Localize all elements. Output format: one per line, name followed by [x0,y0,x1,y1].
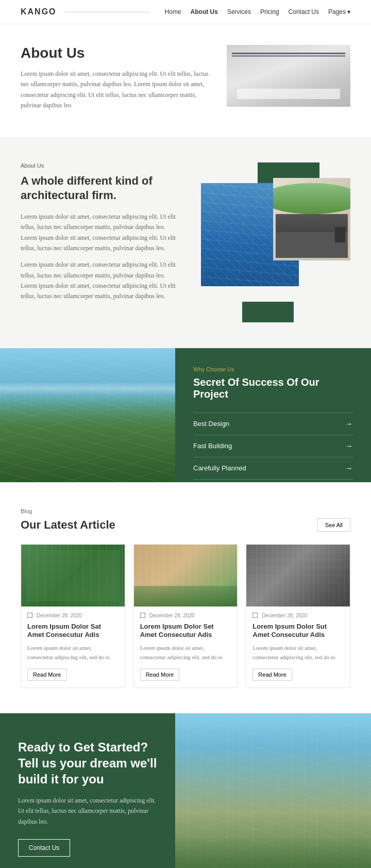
blog-card-title-3: Lorem Ipsum Dolor Sut Amet Consecutur Ad… [252,623,344,640]
blog-card-title-2: Lorem Ipsum Dolor Set Amet Consecutur Ad… [140,623,231,640]
blog-card-text-1: Lorem ipsum dolor sit amet, consectetur … [27,644,119,662]
cta-text: Ready to Get Started? Tell us your dream… [0,713,175,868]
green-block-bottom [242,302,294,322]
blog-card-date-2: December 28, 2020 [140,613,231,618]
about-hero-section: About Us Lorem ipsum dolor sit amet, con… [0,24,371,137]
blog-card-2: December 28, 2020 Lorem Ipsum Dolor Set … [133,544,238,687]
blog-card-3: December 28, 2020 Lorem Ipsum Dolor Sut … [246,544,350,687]
nav-divider [65,12,149,12]
blog-card-text-3: Lorem ipsum dolor sit amet, consectetur … [252,644,344,662]
nav-pages[interactable]: Pages ▾ [328,8,350,15]
arch-section: About Us A whole different kind of archi… [0,137,371,348]
arch-para2: Lorem ipsum dolor sit amet, consectetur … [21,259,180,302]
read-more-button-2[interactable]: Read More [140,668,179,681]
arch-images [201,162,350,322]
success-item-label-3: Carefully Planned [193,464,246,472]
success-item-label-2: Fast Building [193,442,232,450]
blog-cards: December 28, 2020 Lorem Ipsum Dolor Sat … [21,544,350,687]
blog-card-body-2: December 28, 2020 Lorem Ipsum Dolor Set … [134,607,238,687]
read-more-button-3[interactable]: Read More [252,668,292,681]
blog-card-body-1: December 28, 2020 Lorem Ipsum Dolor Sat … [21,607,125,687]
blog-card-image-3 [246,545,350,607]
success-section: Why Choose Us Secret Of Success Of Our P… [0,348,371,482]
blog-card-image-1 [21,545,125,607]
calendar-icon-2 [140,613,145,618]
arrow-icon-2: → [345,441,353,451]
cta-image [175,713,371,868]
arrow-icon-3: → [345,464,353,473]
why-label: Why Choose Us [193,366,353,372]
success-item-3[interactable]: Carefully Planned → [193,457,353,480]
see-all-button[interactable]: See All [317,518,350,532]
nav-home[interactable]: Home [165,8,181,15]
nav-pricing[interactable]: Pricing [260,8,279,15]
navbar: KANGO Home About Us Services Pricing Con… [0,0,371,24]
success-item-label-1: Best Design [193,420,229,428]
logo[interactable]: KANGO [21,7,57,17]
blog-card-1: December 28, 2020 Lorem Ipsum Dolor Sat … [21,544,125,687]
read-more-button-1[interactable]: Read More [27,668,66,681]
blog-header: Our Latest Article See All [21,518,350,532]
cta-section: Ready to Get Started? Tell us your dream… [0,713,371,868]
success-title: Secret Of Success Of Our Project [193,376,353,400]
nav-services[interactable]: Services [227,8,251,15]
nav-about[interactable]: About Us [191,8,218,15]
hero-description: Lorem ipsum dolor sit amet, consectetur … [21,69,211,111]
cta-title: Ready to Get Started? Tell us your dream… [18,739,157,788]
blog-label: Blog [21,508,350,514]
chevron-down-icon: ▾ [347,8,350,15]
page-title: About Us [21,45,211,61]
blog-card-image-2 [134,545,238,607]
nav-contact[interactable]: Contact Us [289,8,319,15]
arch-title: A whole different kind of architectural … [21,174,180,203]
arch-para1: Lorem ipsum dolor sit amet, consectetur … [21,211,180,254]
cta-description: Lorem ipsum dolor sit amet, consectetur … [18,795,157,827]
success-content: Why Choose Us Secret Of Success Of Our P… [175,348,371,482]
nav-links: Home About Us Services Pricing Contact U… [165,8,350,15]
success-item-1[interactable]: Best Design → [193,413,353,435]
calendar-icon-1 [27,613,32,618]
success-image [0,348,175,482]
blog-card-title-1: Lorem Ipsum Dolor Sat Amet Consecutur Ad… [27,623,119,640]
blog-card-date-1: December 28, 2020 [27,613,119,618]
arch-text: About Us A whole different kind of archi… [21,162,180,308]
success-item-2[interactable]: Fast Building → [193,435,353,457]
hero-image [227,45,350,107]
cta-contact-button[interactable]: Contact Us [18,839,70,857]
blog-title: Our Latest Article [21,518,115,532]
calendar-icon-3 [252,613,258,618]
arch-label: About Us [21,162,180,169]
hero-text: About Us Lorem ipsum dolor sit amet, con… [21,45,211,111]
office-image [273,178,350,260]
blog-card-date-3: December 28, 2020 [252,613,344,618]
blog-card-body-3: December 28, 2020 Lorem Ipsum Dolor Sut … [246,607,350,687]
blog-card-text-2: Lorem ipsum dolor sit amet, consectetur … [140,644,231,662]
arrow-icon-1: → [345,419,353,429]
blog-section: Blog Our Latest Article See All December… [0,482,371,713]
